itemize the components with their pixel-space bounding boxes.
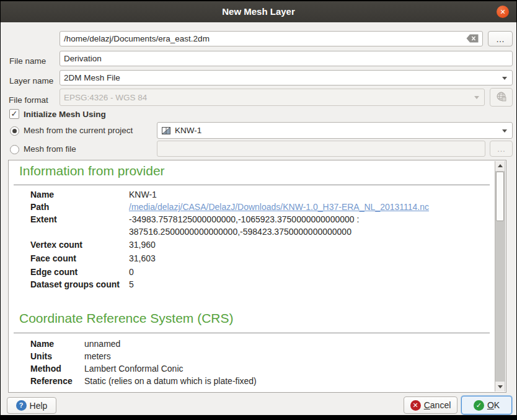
mesh-file-input xyxy=(157,141,485,157)
scrollbar-thumb[interactable] xyxy=(496,172,504,221)
row-value: 0 xyxy=(129,267,134,277)
table-row: NameKNW-1 xyxy=(30,190,157,199)
path-link[interactable]: /media/delazj/CASA/DelazJ/Downloads/KNW-… xyxy=(129,202,429,212)
vertical-scrollbar[interactable] xyxy=(495,161,505,392)
table-row: Extent-34983.7578125000000000,-1065923.3… xyxy=(30,214,359,224)
initialize-mesh-label: Initialize Mesh Using xyxy=(24,110,106,119)
help-icon: ? xyxy=(16,400,27,411)
file-format-combobox[interactable]: 2DM Mesh File xyxy=(60,70,513,85)
file-format-label: File format xyxy=(9,95,48,105)
title-bar[interactable]: New Mesh Layer ✕ xyxy=(1,1,516,23)
project-mesh-value: KNW-1 xyxy=(175,126,201,135)
radio-dot xyxy=(12,129,17,133)
row-value: meters xyxy=(84,351,111,361)
chevron-down-icon xyxy=(502,129,507,133)
project-mesh-combobox[interactable]: KNW-1 xyxy=(157,122,513,139)
row-label: Face count xyxy=(30,253,129,263)
divider xyxy=(14,333,490,333)
layer-name-label: Layer name xyxy=(9,76,53,85)
crs-value: EPSG:4326 - WGS 84 xyxy=(64,93,147,102)
row-value: 31,603 xyxy=(129,253,156,263)
row-value: -34983.7578125000000000,-1065923.3750000… xyxy=(129,214,359,224)
new-mesh-layer-dialog: New Mesh Layer ✕ File name … Layer name … xyxy=(0,0,517,420)
file-format-value: 2DM Mesh File xyxy=(64,73,120,82)
mesh-from-project-radio[interactable] xyxy=(10,126,19,136)
table-row: Unitsmeters xyxy=(30,351,111,361)
table-row: Face count31,603 xyxy=(30,253,156,263)
arrow-up-icon xyxy=(498,164,503,167)
row-label: Dataset groups count xyxy=(30,279,129,289)
row-value: 31,960 xyxy=(129,240,156,250)
row-value: KNW-1 xyxy=(129,190,157,199)
scroll-down-button[interactable] xyxy=(495,382,505,392)
mesh-layer-icon xyxy=(161,126,171,136)
close-button[interactable]: ✕ xyxy=(497,6,509,18)
table-row: Nameunnamed xyxy=(30,339,120,349)
ok-button[interactable]: ✓ OK xyxy=(461,396,512,414)
mesh-from-file-radio[interactable] xyxy=(10,145,19,154)
row-label: Reference xyxy=(30,376,84,386)
row-label: Name xyxy=(30,339,84,349)
close-icon: ✕ xyxy=(500,8,505,15)
cancel-label: Cancel xyxy=(424,400,451,410)
row-label: Path xyxy=(30,202,129,212)
divider xyxy=(14,185,490,185)
row-label: Extent xyxy=(30,214,129,224)
file-name-input[interactable] xyxy=(60,31,483,46)
mesh-from-file-label: Mesh from file xyxy=(24,144,76,154)
window-title: New Mesh Layer xyxy=(1,1,516,22)
help-button[interactable]: ? Help xyxy=(7,397,56,414)
table-row: Dataset groups count5 xyxy=(30,279,134,289)
mesh-from-project-label: Mesh from the current project xyxy=(24,126,133,135)
initialize-mesh-checkbox[interactable]: ✓ xyxy=(9,109,19,119)
row-label: Name xyxy=(30,190,129,199)
cancel-icon: ✕ xyxy=(410,400,421,411)
cancel-button[interactable]: ✕ Cancel xyxy=(404,396,457,414)
provider-info-heading: Information from provider xyxy=(19,164,165,178)
table-row: Path/media/delazj/CASA/DelazJ/Downloads/… xyxy=(30,202,429,212)
row-value: 387516.2500000000000000,-598423.37500000… xyxy=(129,227,351,237)
ellipsis-label: … xyxy=(497,144,506,154)
row-value: unnamed xyxy=(84,339,120,349)
mesh-file-browse-button: … xyxy=(490,141,513,157)
globe-crs-icon xyxy=(496,91,507,104)
ellipsis-label: … xyxy=(496,34,505,44)
ok-label: OK xyxy=(487,400,500,410)
crs-info-heading: Coordinate Reference System (CRS) xyxy=(19,311,233,326)
chevron-down-icon xyxy=(474,96,479,99)
crs-combobox: EPSG:4326 - WGS 84 xyxy=(60,89,485,106)
crs-select-button xyxy=(490,88,513,107)
scroll-up-button[interactable] xyxy=(495,161,505,171)
table-row-continued: 387516.2500000000000000,-598423.37500000… xyxy=(129,227,351,237)
table-row: Edge count0 xyxy=(30,267,134,277)
layer-name-input[interactable] xyxy=(60,51,513,66)
table-row: ReferenceStatic (relies on a datum which… xyxy=(30,376,257,386)
row-value: Static (relies on a datum which is plate… xyxy=(84,376,257,386)
row-label: Units xyxy=(30,351,84,361)
checkbox-check-icon: ✓ xyxy=(11,109,18,118)
row-label: Vertex count xyxy=(30,240,129,250)
arrow-down-icon xyxy=(498,385,503,388)
metadata-panel: Information from provider NameKNW-1 Path… xyxy=(8,160,506,393)
clear-field-icon[interactable] xyxy=(466,34,479,45)
file-browse-button[interactable]: … xyxy=(488,31,513,46)
ok-icon: ✓ xyxy=(474,400,484,411)
file-name-label: File name xyxy=(9,56,46,66)
help-label: Help xyxy=(30,401,48,411)
table-row: MethodLambert Conformal Conic xyxy=(30,364,183,374)
chevron-down-icon xyxy=(502,77,507,80)
row-label: Method xyxy=(30,364,84,374)
table-row: Vertex count31,960 xyxy=(30,240,156,250)
row-value: 5 xyxy=(129,279,134,289)
row-value: Lambert Conformal Conic xyxy=(84,364,183,374)
row-label: Edge count xyxy=(30,267,129,277)
